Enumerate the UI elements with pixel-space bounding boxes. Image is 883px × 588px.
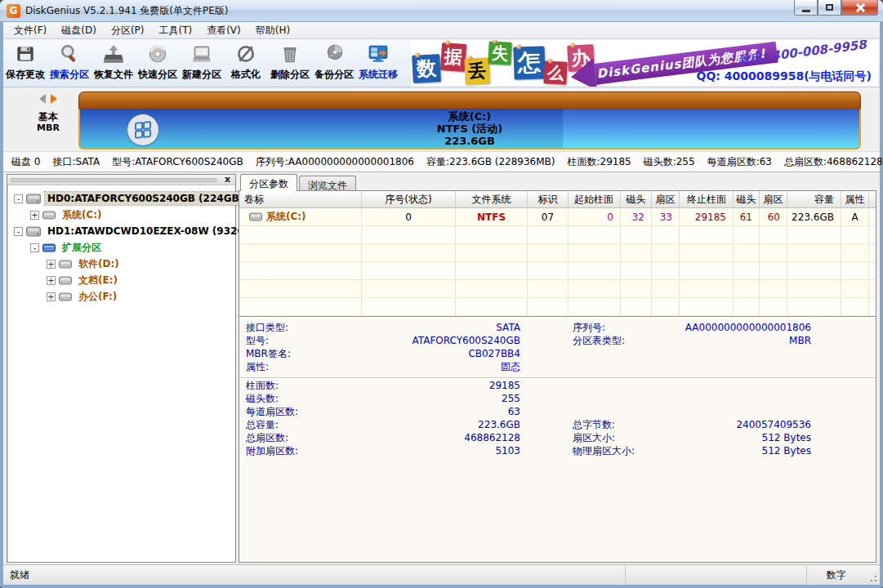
detail-value: AA000000000000001806 bbox=[605, 322, 811, 335]
title-bar[interactable]: G DiskGenius V5.2.1.941 免费版(单文件PE版) bbox=[0, 0, 883, 22]
disk-bar[interactable]: 系统(C:) NTFS (活动) 223.6GB bbox=[78, 91, 861, 149]
tree-item-system-c[interactable]: + 系统(C:) bbox=[9, 207, 234, 223]
expand-icon[interactable]: + bbox=[47, 292, 56, 301]
partition-block-c[interactable]: 系统(C:) NTFS (活动) 223.6GB bbox=[78, 109, 861, 149]
expand-icon[interactable]: + bbox=[47, 260, 56, 269]
collapse-icon[interactable]: - bbox=[14, 227, 23, 236]
column-header[interactable]: 磁头 bbox=[734, 191, 760, 207]
panel-close-icon[interactable]: x bbox=[222, 175, 233, 185]
tree-item-extended-partition[interactable]: - 扩展分区 bbox=[9, 239, 234, 256]
disk-number: 磁盘 0 bbox=[11, 155, 40, 169]
expand-icon[interactable]: + bbox=[30, 211, 39, 220]
ad-tile: 据 bbox=[440, 42, 466, 72]
menu-disk[interactable]: 磁盘(D) bbox=[54, 22, 104, 39]
column-header[interactable]: 文件系统 bbox=[456, 191, 528, 207]
nav-back-icon[interactable] bbox=[39, 94, 46, 104]
close-icon bbox=[855, 2, 865, 12]
column-header[interactable]: 序号(状态) bbox=[362, 191, 456, 207]
window-title: DiskGenius V5.2.1.941 免费版(单文件PE版) bbox=[25, 4, 229, 18]
empty-row bbox=[239, 298, 876, 316]
disk-header-strip[interactable] bbox=[78, 91, 861, 109]
detail-label: 磁头数: bbox=[239, 393, 279, 406]
backup-partition-button[interactable]: 备份分区 bbox=[312, 39, 356, 86]
disk-capacity: 容量:223.6GB (228936MB) bbox=[426, 155, 555, 169]
hard-disk-icon bbox=[26, 194, 41, 204]
column-header[interactable]: 容量 bbox=[787, 191, 841, 207]
ad-tile: 失 bbox=[488, 41, 511, 65]
cell-index: 0 bbox=[362, 208, 456, 225]
format-button[interactable]: 格式化 bbox=[224, 39, 268, 86]
nav-forward-icon[interactable] bbox=[51, 94, 57, 104]
new-partition-icon bbox=[191, 43, 213, 65]
detail-label: 型号: bbox=[239, 335, 269, 348]
minimize-button[interactable] bbox=[794, 0, 818, 16]
column-header[interactable]: 磁头 bbox=[621, 191, 652, 207]
column-header[interactable]: 属性 bbox=[841, 191, 869, 207]
detail-value: 5103 bbox=[298, 445, 520, 458]
tree-item-hd0[interactable]: - HD0:ATAFORCY600S240GB (224GB) bbox=[9, 190, 234, 207]
partition-icon bbox=[59, 260, 72, 269]
arrow-left-icon bbox=[569, 58, 598, 87]
detail-value: 468862128 bbox=[288, 432, 520, 445]
splitter-grip[interactable] bbox=[11, 178, 217, 180]
delete-partition-button[interactable]: 删除分区 bbox=[268, 39, 312, 86]
menu-partition[interactable]: 分区(P) bbox=[104, 22, 152, 39]
partition-icon bbox=[249, 212, 262, 221]
empty-row bbox=[239, 280, 876, 298]
column-header[interactable]: 标识 bbox=[528, 191, 569, 207]
column-header[interactable]: 扇区 bbox=[652, 191, 680, 207]
disk-details-pane: 接口类型:SATA序列号:AA000000000000001806 型号:ATA… bbox=[239, 316, 876, 562]
detail-label: 分区表类型: bbox=[566, 335, 625, 348]
minimize-icon bbox=[802, 10, 810, 12]
partition-label: 系统(C:) NTFS (活动) 223.6GB bbox=[437, 110, 502, 147]
collapse-icon[interactable]: - bbox=[30, 243, 39, 252]
system-migration-button[interactable]: 系统迁移 bbox=[356, 39, 400, 86]
delete-partition-icon bbox=[279, 43, 301, 65]
new-partition-button[interactable]: 新建分区 bbox=[180, 39, 224, 86]
menu-tools[interactable]: 工具(T) bbox=[151, 22, 199, 39]
tree-item-documents-e[interactable]: + 文档(E:) bbox=[9, 272, 234, 288]
save-changes-button[interactable]: 保存更改 bbox=[3, 39, 47, 86]
menu-view[interactable]: 查看(V) bbox=[199, 22, 248, 39]
detail-value: 63 bbox=[298, 406, 520, 419]
tab-partition-params[interactable]: 分区参数 bbox=[240, 174, 297, 191]
detail-value: ATAFORCY600S240GB bbox=[269, 335, 520, 348]
detail-value: 29185 bbox=[279, 380, 520, 393]
tree-item-office-f[interactable]: + 办公(F:) bbox=[9, 288, 234, 305]
partition-icon bbox=[59, 276, 72, 285]
disk-type-label: 基本 MBR bbox=[25, 112, 72, 133]
maximize-button[interactable] bbox=[818, 0, 841, 16]
column-header[interactable]: 终止柱面 bbox=[680, 191, 734, 207]
cell-attr: A bbox=[841, 208, 869, 225]
quick-partition-icon bbox=[147, 43, 169, 65]
close-button[interactable] bbox=[841, 0, 878, 16]
tree-item-hd1[interactable]: - HD1:ATAWDCWD10EZEX-08W (932GB) bbox=[9, 223, 234, 239]
tab-browse-files[interactable]: 浏览文件 bbox=[299, 176, 356, 191]
menu-file[interactable]: 文件(F) bbox=[7, 22, 54, 39]
expand-icon[interactable]: + bbox=[47, 276, 56, 285]
hard-disk-icon bbox=[26, 226, 41, 237]
tree-item-software-d[interactable]: + 软件(D:) bbox=[9, 256, 234, 272]
ad-tile: 数 bbox=[412, 54, 441, 83]
detail-block-identity: 接口类型:SATA序列号:AA000000000000001806 型号:ATA… bbox=[239, 320, 876, 377]
disk-serial: 序列号:AA000000000000001806 bbox=[256, 155, 414, 169]
collapse-icon[interactable]: - bbox=[14, 194, 23, 203]
empty-row bbox=[239, 226, 876, 244]
tree-panel-header[interactable]: x bbox=[7, 175, 235, 185]
resize-grip[interactable] bbox=[865, 565, 880, 585]
table-row[interactable]: 系统(C:) 0 NTFS 07 0 32 33 29185 61 60 223… bbox=[239, 208, 876, 226]
column-header[interactable]: 起始柱面 bbox=[569, 191, 621, 207]
menu-help[interactable]: 帮助(H) bbox=[248, 22, 297, 39]
column-header[interactable]: 扇区 bbox=[760, 191, 787, 207]
search-partition-button[interactable]: 搜索分区 bbox=[47, 39, 91, 86]
menu-bar: 文件(F) 磁盘(D) 分区(P) 工具(T) 查看(V) 帮助(H) bbox=[3, 22, 880, 39]
ad-banner[interactable]: 数 据 丢 失 怎 么 办 ! DiskGenius团队为您服务! 致电: 40… bbox=[411, 40, 878, 87]
detail-value: 240057409536 bbox=[615, 419, 811, 432]
disk-model: 型号:ATAFORCY600S240GB bbox=[112, 155, 243, 169]
cell-id: 07 bbox=[528, 208, 569, 225]
status-spacer bbox=[625, 565, 806, 585]
quick-partition-button[interactable]: 快速分区 bbox=[136, 39, 180, 86]
detail-value: MBR bbox=[625, 335, 811, 348]
recover-files-button[interactable]: 恢复文件 bbox=[91, 39, 136, 86]
column-header[interactable]: 卷标 bbox=[239, 191, 362, 207]
